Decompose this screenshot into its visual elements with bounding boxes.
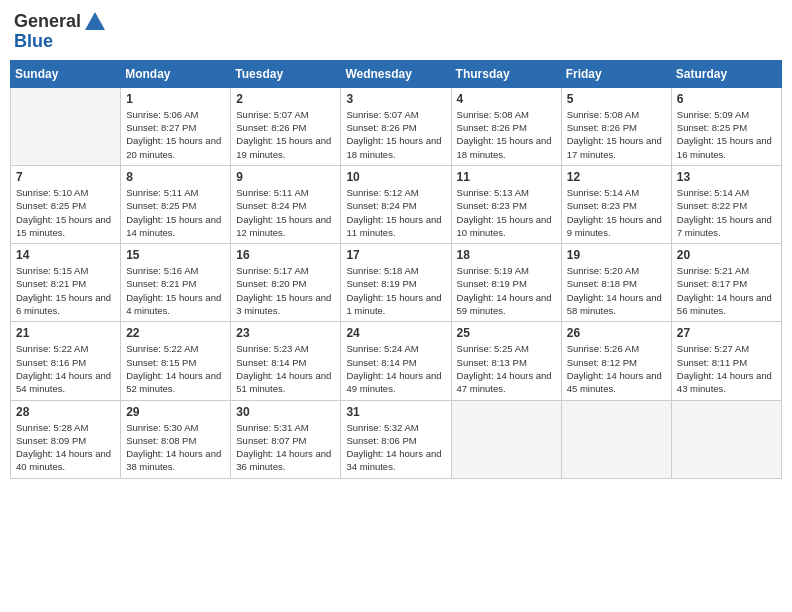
calendar-cell: 19 Sunrise: 5:20 AMSunset: 8:18 PMDaylig… xyxy=(561,244,671,322)
day-number: 30 xyxy=(236,405,335,419)
calendar-cell: 30 Sunrise: 5:31 AMSunset: 8:07 PMDaylig… xyxy=(231,400,341,478)
day-number: 13 xyxy=(677,170,776,184)
calendar-header-thursday: Thursday xyxy=(451,60,561,87)
day-detail: Sunrise: 5:09 AMSunset: 8:25 PMDaylight:… xyxy=(677,108,776,161)
calendar-cell: 2 Sunrise: 5:07 AMSunset: 8:26 PMDayligh… xyxy=(231,87,341,165)
logo-blue-text: Blue xyxy=(14,31,53,51)
day-number: 1 xyxy=(126,92,225,106)
calendar-cell: 9 Sunrise: 5:11 AMSunset: 8:24 PMDayligh… xyxy=(231,165,341,243)
day-detail: Sunrise: 5:26 AMSunset: 8:12 PMDaylight:… xyxy=(567,342,666,395)
calendar-week-row: 1 Sunrise: 5:06 AMSunset: 8:27 PMDayligh… xyxy=(11,87,782,165)
page-header: General Blue xyxy=(10,10,782,52)
calendar-cell: 17 Sunrise: 5:18 AMSunset: 8:19 PMDaylig… xyxy=(341,244,451,322)
day-detail: Sunrise: 5:08 AMSunset: 8:26 PMDaylight:… xyxy=(457,108,556,161)
day-number: 31 xyxy=(346,405,445,419)
day-number: 21 xyxy=(16,326,115,340)
svg-marker-0 xyxy=(85,12,105,30)
calendar-cell: 1 Sunrise: 5:06 AMSunset: 8:27 PMDayligh… xyxy=(121,87,231,165)
calendar-cell xyxy=(451,400,561,478)
day-detail: Sunrise: 5:17 AMSunset: 8:20 PMDaylight:… xyxy=(236,264,335,317)
day-number: 3 xyxy=(346,92,445,106)
day-number: 23 xyxy=(236,326,335,340)
day-number: 22 xyxy=(126,326,225,340)
day-number: 16 xyxy=(236,248,335,262)
calendar-header-friday: Friday xyxy=(561,60,671,87)
calendar-week-row: 14 Sunrise: 5:15 AMSunset: 8:21 PMDaylig… xyxy=(11,244,782,322)
calendar-cell: 6 Sunrise: 5:09 AMSunset: 8:25 PMDayligh… xyxy=(671,87,781,165)
day-number: 20 xyxy=(677,248,776,262)
calendar-header-row: SundayMondayTuesdayWednesdayThursdayFrid… xyxy=(11,60,782,87)
day-number: 27 xyxy=(677,326,776,340)
calendar-cell: 14 Sunrise: 5:15 AMSunset: 8:21 PMDaylig… xyxy=(11,244,121,322)
calendar-header-tuesday: Tuesday xyxy=(231,60,341,87)
calendar-week-row: 21 Sunrise: 5:22 AMSunset: 8:16 PMDaylig… xyxy=(11,322,782,400)
calendar-cell: 27 Sunrise: 5:27 AMSunset: 8:11 PMDaylig… xyxy=(671,322,781,400)
day-detail: Sunrise: 5:06 AMSunset: 8:27 PMDaylight:… xyxy=(126,108,225,161)
day-number: 2 xyxy=(236,92,335,106)
day-detail: Sunrise: 5:31 AMSunset: 8:07 PMDaylight:… xyxy=(236,421,335,474)
calendar-cell: 12 Sunrise: 5:14 AMSunset: 8:23 PMDaylig… xyxy=(561,165,671,243)
day-number: 12 xyxy=(567,170,666,184)
calendar-cell: 16 Sunrise: 5:17 AMSunset: 8:20 PMDaylig… xyxy=(231,244,341,322)
calendar-header-monday: Monday xyxy=(121,60,231,87)
day-number: 24 xyxy=(346,326,445,340)
day-number: 29 xyxy=(126,405,225,419)
logo-general-text: General xyxy=(14,11,81,31)
day-number: 5 xyxy=(567,92,666,106)
day-detail: Sunrise: 5:22 AMSunset: 8:16 PMDaylight:… xyxy=(16,342,115,395)
calendar-cell: 3 Sunrise: 5:07 AMSunset: 8:26 PMDayligh… xyxy=(341,87,451,165)
day-detail: Sunrise: 5:16 AMSunset: 8:21 PMDaylight:… xyxy=(126,264,225,317)
day-detail: Sunrise: 5:28 AMSunset: 8:09 PMDaylight:… xyxy=(16,421,115,474)
calendar-cell: 23 Sunrise: 5:23 AMSunset: 8:14 PMDaylig… xyxy=(231,322,341,400)
calendar-cell: 25 Sunrise: 5:25 AMSunset: 8:13 PMDaylig… xyxy=(451,322,561,400)
day-detail: Sunrise: 5:20 AMSunset: 8:18 PMDaylight:… xyxy=(567,264,666,317)
day-number: 6 xyxy=(677,92,776,106)
day-detail: Sunrise: 5:12 AMSunset: 8:24 PMDaylight:… xyxy=(346,186,445,239)
day-detail: Sunrise: 5:25 AMSunset: 8:13 PMDaylight:… xyxy=(457,342,556,395)
calendar-cell xyxy=(11,87,121,165)
calendar-cell: 18 Sunrise: 5:19 AMSunset: 8:19 PMDaylig… xyxy=(451,244,561,322)
day-detail: Sunrise: 5:11 AMSunset: 8:24 PMDaylight:… xyxy=(236,186,335,239)
day-detail: Sunrise: 5:30 AMSunset: 8:08 PMDaylight:… xyxy=(126,421,225,474)
day-detail: Sunrise: 5:32 AMSunset: 8:06 PMDaylight:… xyxy=(346,421,445,474)
calendar-cell: 22 Sunrise: 5:22 AMSunset: 8:15 PMDaylig… xyxy=(121,322,231,400)
calendar-cell: 20 Sunrise: 5:21 AMSunset: 8:17 PMDaylig… xyxy=(671,244,781,322)
calendar-week-row: 7 Sunrise: 5:10 AMSunset: 8:25 PMDayligh… xyxy=(11,165,782,243)
day-number: 28 xyxy=(16,405,115,419)
day-number: 25 xyxy=(457,326,556,340)
calendar-cell: 15 Sunrise: 5:16 AMSunset: 8:21 PMDaylig… xyxy=(121,244,231,322)
day-detail: Sunrise: 5:21 AMSunset: 8:17 PMDaylight:… xyxy=(677,264,776,317)
day-number: 19 xyxy=(567,248,666,262)
day-detail: Sunrise: 5:10 AMSunset: 8:25 PMDaylight:… xyxy=(16,186,115,239)
calendar-week-row: 28 Sunrise: 5:28 AMSunset: 8:09 PMDaylig… xyxy=(11,400,782,478)
day-detail: Sunrise: 5:14 AMSunset: 8:23 PMDaylight:… xyxy=(567,186,666,239)
calendar-cell: 31 Sunrise: 5:32 AMSunset: 8:06 PMDaylig… xyxy=(341,400,451,478)
day-detail: Sunrise: 5:15 AMSunset: 8:21 PMDaylight:… xyxy=(16,264,115,317)
calendar-header-saturday: Saturday xyxy=(671,60,781,87)
day-number: 15 xyxy=(126,248,225,262)
day-detail: Sunrise: 5:22 AMSunset: 8:15 PMDaylight:… xyxy=(126,342,225,395)
day-detail: Sunrise: 5:14 AMSunset: 8:22 PMDaylight:… xyxy=(677,186,776,239)
calendar-cell: 24 Sunrise: 5:24 AMSunset: 8:14 PMDaylig… xyxy=(341,322,451,400)
day-detail: Sunrise: 5:07 AMSunset: 8:26 PMDaylight:… xyxy=(236,108,335,161)
day-number: 18 xyxy=(457,248,556,262)
day-number: 7 xyxy=(16,170,115,184)
day-detail: Sunrise: 5:07 AMSunset: 8:26 PMDaylight:… xyxy=(346,108,445,161)
calendar-header-wednesday: Wednesday xyxy=(341,60,451,87)
calendar-cell: 10 Sunrise: 5:12 AMSunset: 8:24 PMDaylig… xyxy=(341,165,451,243)
calendar-cell: 21 Sunrise: 5:22 AMSunset: 8:16 PMDaylig… xyxy=(11,322,121,400)
calendar-cell: 8 Sunrise: 5:11 AMSunset: 8:25 PMDayligh… xyxy=(121,165,231,243)
day-detail: Sunrise: 5:08 AMSunset: 8:26 PMDaylight:… xyxy=(567,108,666,161)
day-detail: Sunrise: 5:18 AMSunset: 8:19 PMDaylight:… xyxy=(346,264,445,317)
calendar-cell xyxy=(671,400,781,478)
day-number: 8 xyxy=(126,170,225,184)
day-detail: Sunrise: 5:23 AMSunset: 8:14 PMDaylight:… xyxy=(236,342,335,395)
calendar-cell: 13 Sunrise: 5:14 AMSunset: 8:22 PMDaylig… xyxy=(671,165,781,243)
calendar-cell: 7 Sunrise: 5:10 AMSunset: 8:25 PMDayligh… xyxy=(11,165,121,243)
logo: General Blue xyxy=(14,10,107,52)
calendar-cell: 26 Sunrise: 5:26 AMSunset: 8:12 PMDaylig… xyxy=(561,322,671,400)
calendar-cell: 5 Sunrise: 5:08 AMSunset: 8:26 PMDayligh… xyxy=(561,87,671,165)
day-detail: Sunrise: 5:13 AMSunset: 8:23 PMDaylight:… xyxy=(457,186,556,239)
day-number: 14 xyxy=(16,248,115,262)
day-number: 4 xyxy=(457,92,556,106)
